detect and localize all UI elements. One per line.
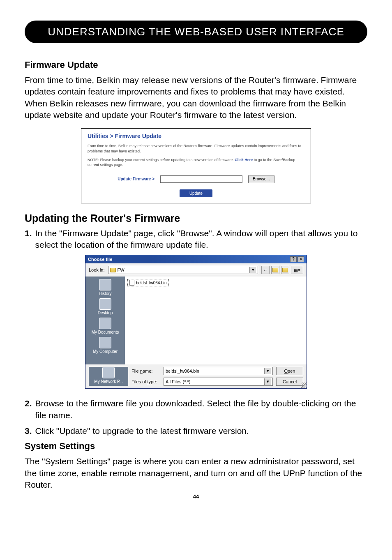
places-network[interactable]: My Network P... (94, 367, 122, 384)
filetype-value: All Files (*.*) (166, 379, 191, 384)
view-menu-icon[interactable]: ▦▾ (291, 266, 303, 274)
firmware-update-para: From time to time, Belkin may release ne… (25, 74, 367, 121)
utilities-panel-title: Utilities > Firmware Update (88, 133, 304, 139)
firmware-update-heading: Firmware Update (25, 60, 367, 70)
folder-up-icon (272, 268, 278, 272)
step1-text: In the "Firmware Update" page, click "Br… (35, 228, 367, 251)
step3-number: 3. (25, 425, 32, 437)
note-part-a: NOTE: Please backup your current setting… (88, 158, 235, 162)
filename-label: File name: (131, 369, 160, 373)
places-documents-label: My Documents (92, 330, 119, 334)
places-history-label: History (99, 291, 111, 296)
lookin-label: Look in: (89, 267, 105, 272)
step3-text: Click "Update" to upgrade to the latest … (35, 425, 249, 437)
folder-new-icon (282, 268, 288, 272)
chevron-down-icon[interactable]: ▾ (249, 267, 256, 273)
dialog-close-button[interactable]: × (297, 256, 304, 262)
dialog-toolbar: Look in: FW ▾ ← ▦▾ (85, 263, 307, 277)
filename-input[interactable]: beldsl_fw064.bin ▾ (164, 367, 273, 375)
browse-button[interactable]: Browse... (248, 175, 274, 183)
dialog-title: Choose file (88, 257, 112, 262)
page-title-bar: UNDERSTANDING THE WEB-BASED USER INTERFA… (25, 21, 367, 43)
step2-number: 2. (25, 398, 32, 421)
chevron-down-icon[interactable]: ▾ (264, 368, 271, 374)
dialog-help-button[interactable]: ? (290, 256, 297, 262)
dialog-places-bar: History Desktop My Documents My Computer (85, 277, 125, 364)
update-button[interactable]: Update (180, 189, 212, 197)
choose-file-dialog: Choose file ? × Look in: FW ▾ ← ▦▾ (85, 255, 307, 389)
dialog-bottom-row: My Network P... File name: beldsl_fw064.… (85, 364, 307, 388)
open-button[interactable]: Open (276, 367, 303, 375)
filetype-label: Files of type: (131, 379, 160, 384)
computer-icon (99, 337, 111, 348)
file-icon (129, 280, 134, 286)
file-item-name: beldsl_fw064.bin (136, 281, 167, 285)
desktop-icon (99, 298, 111, 310)
documents-icon (99, 318, 111, 329)
update-firmware-label: Update Firmware > (118, 177, 154, 181)
places-desktop-label: Desktop (98, 311, 113, 315)
dialog-titlebar: Choose file ? × (85, 255, 307, 263)
firmware-path-input[interactable] (160, 175, 242, 183)
filename-value: beldsl_fw064.bin (166, 369, 199, 373)
new-folder-icon[interactable] (281, 266, 289, 274)
places-history[interactable]: History (99, 279, 111, 296)
update-firmware-row: Update Firmware > Browse... (88, 175, 304, 183)
history-icon (99, 279, 111, 290)
system-settings-para: The "System Settings" page is where you … (25, 456, 367, 491)
folder-icon (110, 268, 116, 272)
chevron-down-icon[interactable]: ▾ (264, 378, 271, 385)
step2-text: Browse to the firmware file you download… (35, 398, 367, 421)
places-computer-label: My Computer (93, 349, 118, 354)
updating-firmware-heading: Updating the Router's Firmware (25, 212, 367, 224)
lookin-value: FW (118, 267, 125, 272)
utilities-panel-text1: From time to time, Belkin may release ne… (88, 143, 304, 154)
filetype-dropdown[interactable]: All Files (*.*) ▾ (164, 378, 273, 386)
resize-grip-icon[interactable] (301, 383, 307, 388)
network-icon (102, 367, 115, 378)
back-icon[interactable]: ← (261, 266, 270, 274)
click-here-link[interactable]: Click Here (235, 158, 253, 162)
utilities-panel-note: NOTE: Please backup your current setting… (88, 157, 304, 168)
places-computer[interactable]: My Computer (93, 337, 118, 354)
places-documents[interactable]: My Documents (92, 318, 119, 334)
cancel-button[interactable]: Cancel (276, 378, 303, 386)
places-network-label: My Network P... (94, 379, 122, 384)
utilities-firmware-panel: Utilities > Firmware Update From time to… (81, 128, 311, 203)
step1-number: 1. (25, 228, 32, 251)
system-settings-heading: System Settings (25, 441, 367, 452)
file-item[interactable]: beldsl_fw064.bin (127, 279, 169, 286)
file-list-area[interactable]: beldsl_fw064.bin (125, 277, 307, 364)
lookin-dropdown[interactable]: FW ▾ (108, 266, 258, 274)
places-desktop[interactable]: Desktop (98, 298, 113, 315)
page-number: 44 (25, 493, 367, 500)
up-one-level-icon[interactable] (271, 266, 279, 274)
